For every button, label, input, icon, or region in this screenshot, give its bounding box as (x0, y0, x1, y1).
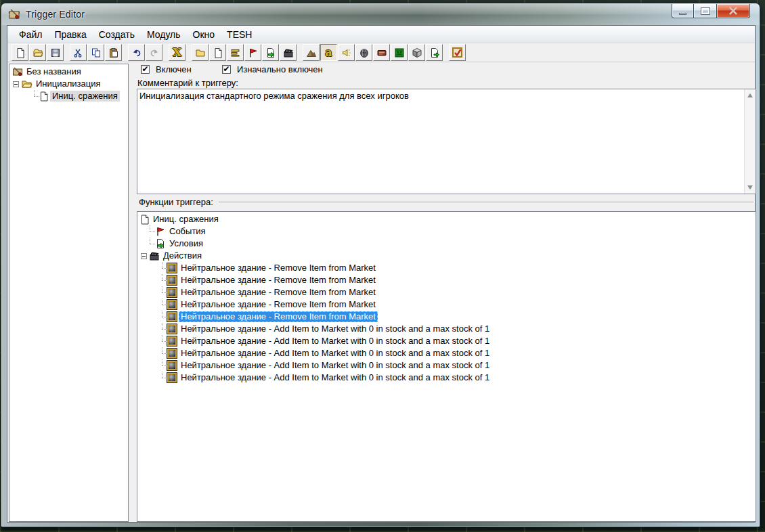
tree-label-category: Инициализация (34, 79, 103, 89)
campaign-editor-button[interactable] (373, 44, 390, 61)
action-label: Нейтральное здание - Add Item to Market … (179, 324, 491, 334)
tree-connector (158, 274, 167, 286)
action-row[interactable]: Нейтральное здание - Add Item to Market … (137, 323, 756, 335)
tree-connector (158, 347, 167, 359)
toolbar: X (7, 43, 755, 62)
minimize-button[interactable] (672, 4, 694, 18)
functions-tree-panel[interactable]: Иниц. сражения События (137, 211, 756, 522)
copy-button[interactable] (87, 44, 104, 61)
action-row-selected[interactable]: Нейтральное здание - Remove Item from Ma… (137, 311, 756, 323)
action-row[interactable]: Нейтральное здание - Remove Item from Ma… (137, 298, 756, 311)
conditions-row[interactable]: Условия (137, 238, 756, 250)
open-map-button[interactable] (29, 44, 46, 61)
market-item-icon (167, 263, 177, 273)
menu-edit[interactable]: Правка (48, 27, 92, 42)
save-map-button[interactable] (47, 44, 64, 61)
tree-item-map-root[interactable]: Без названия (9, 66, 128, 78)
paste-button[interactable] (105, 44, 122, 61)
collapse-expander-icon[interactable] (141, 253, 147, 259)
scroll-up-icon[interactable] (747, 93, 753, 97)
new-map-button[interactable] (12, 44, 28, 61)
action-row[interactable]: Нейтральное здание - Add Item to Market … (137, 359, 756, 372)
action-label: Нейтральное здание - Remove Item from Ma… (179, 299, 378, 310)
action-row[interactable]: Нейтральное здание - Remove Item from Ma… (137, 286, 756, 298)
new-event-button[interactable] (244, 44, 261, 61)
comment-textarea[interactable]: Инициализация стандартного режима сражен… (137, 89, 756, 194)
tree-item-trigger[interactable]: Иниц. сражения (9, 90, 128, 102)
action-label: Нейтральное здание - Remove Item from Ma… (179, 287, 378, 298)
object-editor-creature-icon (359, 47, 370, 58)
trigger-editor-button[interactable]: a (320, 44, 337, 61)
action-label: Нейтральное здание - Add Item to Market … (179, 336, 491, 347)
new-comment-button[interactable] (227, 44, 244, 61)
func-root-row[interactable]: Иниц. сражения (137, 213, 756, 225)
undo-icon (131, 47, 142, 58)
sound-editor-button[interactable] (338, 44, 355, 61)
terrain-editor-button[interactable] (303, 44, 320, 61)
import-manager-button[interactable] (426, 44, 443, 61)
action-row[interactable]: Нейтральное здание - Remove Item from Ma… (137, 274, 756, 286)
check-icon: ✔ (223, 64, 230, 74)
events-row[interactable]: События (137, 225, 756, 238)
condition-icon (265, 47, 276, 58)
redo-button[interactable] (146, 44, 162, 61)
tree-connector (30, 90, 39, 102)
tree-item-category[interactable]: Инициализация (9, 78, 128, 90)
action-row[interactable]: Нейтральное здание - Add Item to Market … (137, 372, 756, 384)
delete-button[interactable]: X (169, 44, 185, 61)
cut-button[interactable] (70, 44, 87, 61)
object-editor-button[interactable] (355, 44, 372, 61)
speaker-icon (341, 47, 352, 58)
comment-bars-icon (230, 47, 241, 58)
tree-label-map: Без названия (24, 66, 83, 77)
action-label: Нейтральное здание - Remove Item from Ma… (179, 311, 378, 322)
market-item-icon (167, 312, 177, 322)
divider-line (139, 202, 753, 203)
scroll-down-icon[interactable] (747, 185, 753, 190)
action-row[interactable]: Нейтральное здание - Remove Item from Ma… (137, 262, 756, 274)
tree-connector (158, 335, 167, 347)
tree-connector (158, 323, 167, 335)
delete-x-icon: X (173, 47, 181, 58)
ai-editor-button[interactable] (391, 44, 408, 61)
tree-connector (146, 238, 155, 250)
menu-window[interactable]: Окно (187, 27, 221, 42)
new-trigger-button[interactable] (209, 44, 226, 61)
collapse-expander-icon[interactable] (13, 81, 19, 87)
undo-button[interactable] (128, 44, 145, 61)
object-manager-button[interactable] (408, 44, 425, 61)
trigger-tree-panel[interactable]: Без названия Инициализация (9, 64, 129, 522)
tree-connector (158, 359, 167, 372)
menu-file[interactable]: Файл (13, 27, 48, 42)
action-row[interactable]: Нейтральное здание - Add Item to Market … (137, 347, 756, 359)
initially-on-label: Изначально включен (237, 64, 323, 74)
new-action-button[interactable] (280, 44, 297, 61)
new-category-button[interactable] (192, 44, 209, 61)
comment-scrollbar[interactable] (744, 89, 756, 194)
tree-connector (158, 311, 167, 323)
functions-header: Функции триггера: (137, 196, 753, 211)
action-label: Нейтральное здание - Remove Item from Ma… (179, 263, 378, 273)
titlebar[interactable]: Trigger Editor (1, 3, 760, 25)
market-item-icon (167, 324, 177, 334)
initially-on-checkbox[interactable]: ✔ (222, 65, 231, 74)
comment-label: Комментарий к триггеру: (137, 78, 238, 88)
maximize-button[interactable] (694, 4, 717, 18)
functions-label: Функции триггера: (137, 197, 219, 207)
trigger-editor-window: Trigger Editor Файл Правка Создать Моду (1, 3, 760, 527)
condition-icon (155, 238, 166, 249)
tree-connector (158, 372, 167, 384)
enabled-checkbox[interactable]: ✔ (141, 65, 150, 74)
trigger-page-icon (39, 91, 49, 102)
close-button[interactable] (717, 4, 750, 18)
map-scroll-icon (12, 67, 23, 77)
menu-module[interactable]: Модуль (141, 27, 187, 42)
window-title: Trigger Editor (26, 9, 85, 20)
menu-create[interactable]: Создать (93, 27, 141, 42)
action-row[interactable]: Нейтральное здание - Add Item to Market … (137, 335, 756, 347)
test-map-button[interactable] (449, 44, 466, 61)
actions-row[interactable]: Действия (137, 250, 756, 262)
menu-tesh[interactable]: TESH (221, 27, 258, 42)
new-condition-button[interactable] (262, 44, 279, 61)
trigger-page-icon (140, 215, 150, 225)
